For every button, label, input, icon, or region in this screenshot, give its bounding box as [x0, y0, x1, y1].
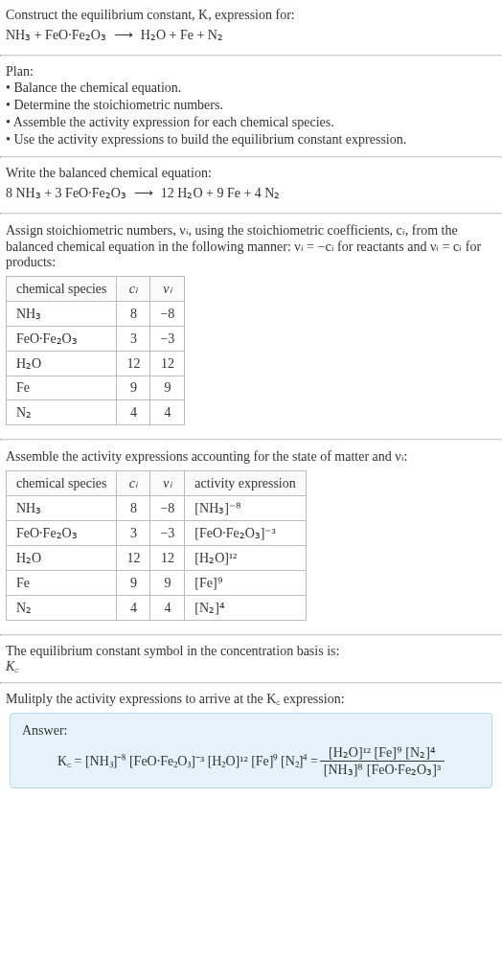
kc-numerator: [H₂O]¹² [Fe]⁹ [N₂]⁴ — [320, 744, 445, 762]
balanced-arrow: ⟶ — [128, 185, 159, 201]
cell: 12 — [117, 352, 150, 376]
stoich-intro: Assign stoichiometric numbers, νᵢ, using… — [6, 222, 496, 270]
cell: 4 — [150, 400, 185, 425]
cell: 9 — [150, 376, 185, 400]
cell: [N₂]⁴ — [185, 596, 306, 621]
eq-arrow: ⟶ — [108, 27, 139, 43]
plan-item: • Assemble the activity expression for e… — [6, 114, 496, 131]
cell: 4 — [117, 596, 150, 621]
kc-denominator: [NH₃]⁸ [FeO·Fe₂O₃]³ — [320, 762, 445, 778]
cell: H₂O — [7, 546, 117, 571]
table-header-row: chemical species cᵢ νᵢ activity expressi… — [7, 471, 307, 496]
stoich-table: chemical species cᵢ νᵢ NH₃ 8 −8 FeO·Fe₂O… — [6, 276, 185, 425]
table-row: Fe 9 9 [Fe]⁹ — [7, 571, 307, 596]
table-row: Fe 9 9 — [7, 376, 185, 400]
cell: 12 — [150, 546, 185, 571]
plan-item: • Determine the stoichiometric numbers. — [6, 97, 496, 114]
symbol-text: The equilibrium constant symbol in the c… — [6, 644, 496, 659]
cell: FeO·Fe₂O₃ — [7, 521, 117, 546]
header-section: Construct the equilibrium constant, K, e… — [0, 0, 502, 55]
kc-left: K꜀ = [NH₃]⁻⁸ [FeO·Fe₂O₃]⁻³ [H₂O]¹² [Fe]⁹… — [57, 754, 318, 769]
cell: −8 — [150, 496, 185, 521]
balanced-rhs: 12 H₂O + 9 Fe + 4 N₂ — [161, 185, 281, 201]
header-title: Construct the equilibrium constant, K, e… — [6, 8, 496, 23]
unbalanced-equation: NH₃ + FeO·Fe₂O₃ ⟶ H₂O + Fe + N₂ — [6, 23, 496, 47]
cell: H₂O — [7, 352, 117, 376]
cell: NH₃ — [7, 302, 117, 327]
th-ci: cᵢ — [117, 471, 150, 496]
cell: [FeO·Fe₂O₃]⁻³ — [185, 521, 306, 546]
eq-rhs: H₂O + Fe + N₂ — [141, 27, 223, 43]
activity-intro: Assemble the activity expressions accoun… — [6, 448, 496, 465]
cell: 9 — [150, 571, 185, 596]
kc-fraction: [H₂O]¹² [Fe]⁹ [N₂]⁴ [NH₃]⁸ [FeO·Fe₂O₃]³ — [320, 744, 445, 778]
cell: 3 — [117, 327, 150, 352]
plan-section: Plan: • Balance the chemical equation. •… — [0, 57, 502, 156]
th-vi: νᵢ — [150, 277, 185, 302]
cell: 4 — [117, 400, 150, 425]
symbol-section: The equilibrium constant symbol in the c… — [0, 636, 502, 682]
balanced-lhs: 8 NH₃ + 3 FeO·Fe₂O₃ — [6, 185, 126, 201]
cell: [H₂O]¹² — [185, 546, 306, 571]
cell: N₂ — [7, 596, 117, 621]
cell: −3 — [150, 327, 185, 352]
table-row: H₂O 12 12 [H₂O]¹² — [7, 546, 307, 571]
cell: FeO·Fe₂O₃ — [7, 327, 117, 352]
balanced-title: Write the balanced chemical equation: — [6, 166, 496, 181]
cell: 4 — [150, 596, 185, 621]
cell: NH₃ — [7, 496, 117, 521]
table-header-row: chemical species cᵢ νᵢ — [7, 277, 185, 302]
cell: 12 — [117, 546, 150, 571]
cell: 9 — [117, 571, 150, 596]
eq-lhs: NH₃ + FeO·Fe₂O₃ — [6, 27, 106, 43]
plan-item: • Use the activity expressions to build … — [6, 131, 496, 148]
th-ci: cᵢ — [117, 277, 150, 302]
answer-box: Answer: K꜀ = [NH₃]⁻⁸ [FeO·Fe₂O₃]⁻³ [H₂O]… — [10, 713, 492, 788]
table-row: H₂O 12 12 — [7, 352, 185, 376]
activity-table: chemical species cᵢ νᵢ activity expressi… — [6, 470, 307, 621]
balanced-section: Write the balanced chemical equation: 8 … — [0, 158, 502, 213]
th-species: chemical species — [7, 471, 117, 496]
cell: N₂ — [7, 400, 117, 425]
balanced-equation: 8 NH₃ + 3 FeO·Fe₂O₃ ⟶ 12 H₂O + 9 Fe + 4 … — [6, 181, 496, 205]
table-row: N₂ 4 4 [N₂]⁴ — [7, 596, 307, 621]
cell: 8 — [117, 302, 150, 327]
plan-item: • Balance the chemical equation. — [6, 80, 496, 97]
cell: 3 — [117, 521, 150, 546]
table-row: NH₃ 8 −8 [NH₃]⁻⁸ — [7, 496, 307, 521]
kc-expression: K꜀ = [NH₃]⁻⁸ [FeO·Fe₂O₃]⁻³ [H₂O]¹² [Fe]⁹… — [22, 744, 480, 778]
cell: [Fe]⁹ — [185, 571, 306, 596]
answer-label: Answer: — [22, 723, 480, 739]
table-row: NH₃ 8 −8 — [7, 302, 185, 327]
th-vi: νᵢ — [150, 471, 185, 496]
activity-section: Assemble the activity expressions accoun… — [0, 441, 502, 634]
table-row: N₂ 4 4 — [7, 400, 185, 425]
cell: 9 — [117, 376, 150, 400]
symbol-kc: K꜀ — [6, 659, 496, 674]
cell: Fe — [7, 376, 117, 400]
table-row: FeO·Fe₂O₃ 3 −3 [FeO·Fe₂O₃]⁻³ — [7, 521, 307, 546]
cell: 8 — [117, 496, 150, 521]
cell: Fe — [7, 571, 117, 596]
cell: −8 — [150, 302, 185, 327]
plan-title: Plan: — [6, 64, 496, 80]
cell: −3 — [150, 521, 185, 546]
table-row: FeO·Fe₂O₃ 3 −3 — [7, 327, 185, 352]
th-expr: activity expression — [185, 471, 306, 496]
cell: [NH₃]⁻⁸ — [185, 496, 306, 521]
final-section: Mulitply the activity expressions to arr… — [0, 684, 502, 802]
cell: 12 — [150, 352, 185, 376]
plan-list: • Balance the chemical equation. • Deter… — [6, 80, 496, 148]
stoich-section: Assign stoichiometric numbers, νᵢ, using… — [0, 215, 502, 439]
th-species: chemical species — [7, 277, 117, 302]
final-intro: Mulitply the activity expressions to arr… — [6, 692, 496, 707]
